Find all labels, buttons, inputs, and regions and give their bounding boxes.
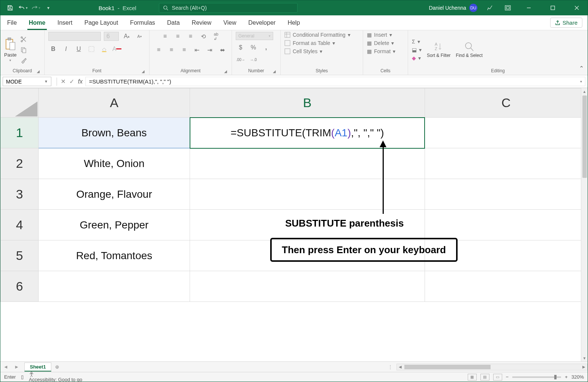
close-button[interactable] — [568, 0, 585, 15]
chevron-down-icon[interactable]: ▼ — [44, 79, 48, 84]
cell-B3[interactable] — [190, 179, 425, 210]
tab-page-layout[interactable]: Page Layout — [83, 17, 120, 30]
find-select-button[interactable]: Find & Select — [456, 41, 482, 58]
macro-record-icon[interactable]: ▯ — [21, 374, 24, 380]
col-header-C[interactable]: C — [425, 88, 587, 118]
redo-icon[interactable]: ▾ — [30, 3, 41, 13]
align-right-icon[interactable]: ≡ — [180, 45, 189, 54]
cell-B6[interactable] — [190, 271, 425, 302]
cell-A3[interactable]: Orange, Flavour — [39, 179, 190, 210]
cancel-formula-icon[interactable]: ✕ — [61, 78, 66, 85]
autosum-button[interactable]: Σ ▾ — [412, 39, 422, 45]
format-cells-button[interactable]: ▦ Format ▾ — [367, 48, 395, 54]
cell-C6[interactable] — [425, 271, 587, 302]
launcher-icon[interactable]: ◢ — [224, 69, 227, 73]
row-header-2[interactable]: 2 — [1, 148, 39, 179]
merge-button[interactable]: ⬌ — [218, 45, 227, 54]
sort-filter-button[interactable]: AZ Sort & Filter — [427, 41, 450, 58]
expand-formula-bar-icon[interactable]: ▾ — [580, 79, 582, 84]
cell-B2[interactable] — [190, 148, 425, 179]
cell-styles-button[interactable]: Cell Styles ▾ — [284, 48, 322, 54]
cell-C5[interactable] — [425, 240, 587, 271]
sheet-nav-prev-icon[interactable]: ◄ — [0, 364, 11, 370]
scroll-left-icon[interactable]: ◀ — [397, 364, 404, 370]
coming-soon-icon[interactable] — [484, 2, 495, 13]
share-button[interactable]: Share — [550, 18, 582, 28]
name-box[interactable]: MODE ▼ — [3, 77, 51, 86]
orientation-icon[interactable]: ⟲ — [199, 32, 208, 41]
ribbon-mode-icon[interactable] — [502, 2, 513, 13]
tab-file[interactable]: File — [6, 17, 18, 30]
cell-C1[interactable] — [425, 118, 587, 148]
account-button[interactable]: Daniel Uchenna DU — [429, 4, 477, 12]
align-middle-icon[interactable]: ≡ — [173, 32, 183, 41]
launcher-icon[interactable]: ◢ — [273, 69, 276, 73]
border-button[interactable] — [87, 45, 96, 54]
zoom-level[interactable]: 320% — [572, 374, 584, 380]
align-left-icon[interactable]: ≡ — [154, 45, 164, 54]
cell-A1[interactable]: Brown, Beans — [39, 118, 190, 148]
save-icon[interactable] — [5, 3, 15, 13]
decrease-font-icon[interactable]: A▾ — [135, 32, 144, 41]
add-sheet-button[interactable]: ⊕ — [51, 364, 63, 370]
undo-icon[interactable]: ▾ — [18, 3, 28, 13]
col-header-B[interactable]: B — [190, 88, 425, 118]
select-all-corner[interactable] — [1, 88, 39, 118]
increase-font-icon[interactable]: A▴ — [122, 32, 132, 41]
tab-review[interactable]: Review — [190, 17, 213, 30]
scroll-down-icon[interactable]: ▼ — [583, 355, 587, 361]
cut-button[interactable] — [19, 35, 28, 44]
indent-increase-icon[interactable]: ⇥ — [205, 45, 215, 54]
align-center-icon[interactable]: ≡ — [167, 45, 177, 54]
tab-formulas[interactable]: Formulas — [129, 17, 157, 30]
fill-button[interactable]: ⬓ ▾ — [412, 47, 422, 53]
tab-developer[interactable]: Developer — [247, 17, 277, 30]
fx-icon[interactable]: fx — [78, 78, 82, 85]
percent-button[interactable]: % — [248, 43, 258, 52]
align-bottom-icon[interactable]: ≡ — [186, 32, 196, 41]
copy-button[interactable] — [19, 45, 28, 54]
scroll-thumb[interactable] — [404, 365, 491, 369]
cell-C3[interactable] — [425, 179, 587, 210]
row-header-1[interactable]: 1 — [1, 118, 39, 148]
tab-insert[interactable]: Insert — [56, 17, 74, 30]
sheet-tab-active[interactable]: Sheet1 — [24, 363, 52, 372]
horizontal-scrollbar[interactable]: ◀ ▶ — [396, 364, 588, 370]
number-format-combo[interactable]: General▾ — [236, 32, 273, 40]
increase-decimal-icon[interactable]: .00→ — [236, 55, 245, 64]
zoom-in-icon[interactable]: + — [565, 374, 568, 380]
accessibility-status[interactable]: Accessibility: Good to go — [29, 372, 82, 382]
cell-B4[interactable] — [190, 210, 425, 240]
cell-C4[interactable] — [425, 210, 587, 240]
decrease-decimal-icon[interactable]: →.0 — [248, 55, 258, 64]
currency-button[interactable]: $ — [236, 43, 245, 52]
cell-A2[interactable]: White, Onion — [39, 148, 190, 179]
scroll-up-icon[interactable]: ▲ — [583, 88, 587, 95]
cell-C2[interactable] — [425, 148, 587, 179]
format-painter-button[interactable] — [19, 56, 28, 65]
conditional-formatting-button[interactable]: Conditional Formatting ▾ — [284, 32, 350, 38]
bold-button[interactable]: B — [48, 45, 58, 54]
enter-formula-icon[interactable]: ✓ — [69, 78, 74, 85]
delete-cells-button[interactable]: ▦ Delete ▾ — [367, 40, 394, 46]
font-name-combo[interactable] — [48, 32, 101, 41]
cell-B5[interactable] — [190, 240, 425, 271]
cell-B1[interactable]: =SUBSTITUTE(TRIM(A1),", "," ") — [190, 118, 425, 148]
qat-customize-icon[interactable]: ▾ — [43, 3, 54, 13]
scroll-right-icon[interactable]: ▶ — [581, 364, 587, 370]
cell-A5[interactable]: Red, Tomantoes — [39, 240, 190, 271]
collapse-ribbon-icon[interactable]: ⌃ — [579, 65, 584, 72]
launcher-icon[interactable]: ◢ — [37, 69, 40, 73]
row-header-3[interactable]: 3 — [1, 179, 39, 210]
clear-button[interactable]: ◆ ▾ — [412, 55, 422, 61]
formula-bar[interactable]: =SUBSTITUTE(TRIM(A1),", "," ") ▾ — [85, 77, 585, 86]
cell-A6[interactable] — [39, 271, 190, 302]
tab-data[interactable]: Data — [166, 17, 181, 30]
row-header-4[interactable]: 4 — [1, 210, 39, 240]
sheet-nav-next-icon[interactable]: ► — [11, 364, 22, 370]
paste-button[interactable]: Paste ▾ — [4, 37, 16, 62]
wrap-text-icon[interactable]: ab↲ — [211, 32, 221, 41]
grid[interactable]: A B C 1 Brown, Beans =SUBSTITUTE(TRIM(A1… — [0, 88, 588, 361]
launcher-icon[interactable]: ◢ — [142, 69, 145, 73]
fill-color-button[interactable] — [99, 45, 109, 54]
